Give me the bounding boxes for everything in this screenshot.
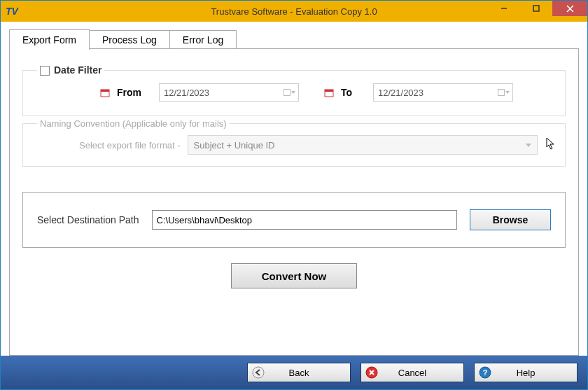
naming-convention-group: Naming Convention (Applicable only for m… [22,123,566,167]
close-button[interactable] [552,1,587,16]
back-arrow-icon [252,366,265,379]
help-label: Help [517,368,536,378]
convert-now-button[interactable]: Convert Now [231,263,357,288]
cancel-button[interactable]: Cancel [360,363,464,382]
back-label: Back [289,368,309,378]
chevron-down-icon [526,144,531,147]
tabs-container: Export Form Process Log Error Log Date F… [1,22,587,356]
date-filter-checkbox[interactable] [40,66,50,76]
to-date-input[interactable]: 12/21/2023 [373,83,513,102]
client-area: Export Form Process Log Error Log Date F… [1,22,587,389]
date-row: From 12/21/2023 To 12/21/2023 [100,83,551,102]
tab-body: Date Filter From 12/21/2023 To [9,48,579,356]
back-button[interactable]: Back [247,363,351,382]
file-format-value: Subject + Unique ID [194,140,275,151]
file-format-combobox[interactable]: Subject + Unique ID [188,135,538,155]
help-question-icon: ? [479,366,491,379]
naming-group-title: Naming Convention (Applicable only for m… [37,118,230,129]
browse-button[interactable]: Browse [470,209,551,230]
footer-bar: Back Cancel ? Help [1,356,587,389]
destination-group: Select Destination Path Browse [22,192,566,248]
app-logo: TV [5,4,20,19]
tab-strip: Export Form Process Log Error Log [9,29,579,49]
to-date-dropdown-icon[interactable] [497,87,510,98]
naming-row: Select export file format - Subject + Un… [79,135,551,155]
tab-process-log[interactable]: Process Log [89,30,170,50]
maximize-button[interactable] [520,1,552,16]
destination-label: Select Destination Path [37,214,139,225]
svg-rect-6 [101,90,109,92]
svg-point-9 [253,367,264,378]
tab-label: Error Log [183,34,223,46]
from-date-dropdown-icon[interactable] [283,87,295,98]
svg-text:?: ? [483,368,488,377]
destination-path-input[interactable] [152,210,457,230]
to-label: To [341,87,366,98]
window-controls [488,1,587,22]
date-filter-group: Date Filter From 12/21/2023 To [22,70,566,116]
from-date-value: 12/21/2023 [164,88,209,98]
naming-label: Select export file format - [79,140,181,151]
title-bar[interactable]: TV Trustvare Software - Evaluation Copy … [1,1,587,22]
minimize-button[interactable] [488,1,520,16]
from-label: From [117,87,152,98]
svg-rect-8 [325,90,333,92]
from-date-input[interactable]: 12/21/2023 [159,83,299,102]
cancel-x-icon [365,366,378,379]
calendar-icon [100,88,110,97]
app-window: TV Trustvare Software - Evaluation Copy … [0,0,588,390]
tab-label: Process Log [102,34,157,46]
svg-text:TV: TV [6,6,20,17]
convert-row: Convert Now [22,263,566,288]
tab-error-log[interactable]: Error Log [169,30,237,50]
calendar-icon [324,88,334,97]
svg-rect-2 [533,6,539,11]
to-date-value: 12/21/2023 [378,88,424,98]
browse-label: Browse [493,214,528,225]
help-button[interactable]: ? Help [474,363,578,382]
export-form-content: Date Filter From 12/21/2023 To [10,49,578,295]
tab-export-form[interactable]: Export Form [9,29,90,50]
convert-label: Convert Now [262,270,327,282]
cancel-label: Cancel [398,368,426,378]
date-filter-title: Date Filter [37,64,104,76]
tab-label: Export Form [22,34,76,46]
date-filter-label: Date Filter [54,64,102,76]
